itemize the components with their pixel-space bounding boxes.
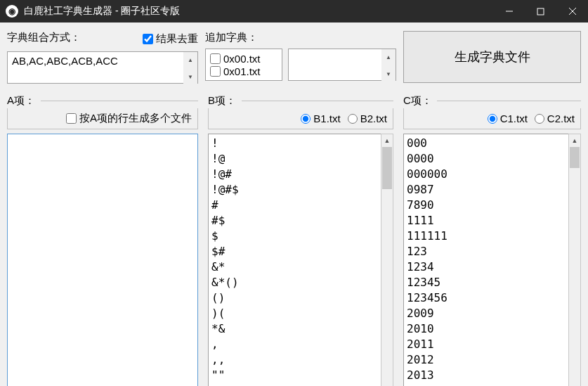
scroll-track[interactable] [381, 147, 393, 382]
scroll-down-icon[interactable]: ▼ [569, 382, 580, 386]
append-check-0x00-box[interactable] [210, 53, 221, 64]
append-check-0x01-box[interactable] [210, 66, 221, 77]
combo-mode-textarea[interactable] [7, 51, 198, 84]
scroll-track[interactable] [569, 147, 580, 382]
append-check-list: 0x00.txt 0x01.txt [205, 49, 282, 81]
titlebar: ◉ 白鹿社工字典生成器 - 圈子社区专版 [0, 0, 588, 22]
spin-up-icon[interactable]: ▲ [381, 49, 396, 66]
append-textarea[interactable] [288, 49, 396, 81]
scroll-down-icon[interactable]: ▼ [381, 382, 393, 386]
col-b-listbox[interactable]: ! !@ !@# !@#$ # #$ $ $# &* &*() () )( *&… [208, 134, 381, 386]
col-c-radio-c2[interactable]: C2.txt [535, 112, 575, 124]
maximize-button[interactable] [525, 0, 556, 22]
combo-spin[interactable]: ▲ ▼ [183, 52, 197, 85]
combo-mode-label: 字典组合方式： [7, 31, 81, 44]
dedupe-checkbox[interactable] [143, 34, 153, 44]
spin-down-icon[interactable]: ▼ [381, 66, 396, 83]
col-a-listbox[interactable] [7, 134, 198, 386]
col-b-radio-b2-input[interactable] [348, 114, 358, 124]
col-c-radio-c2-input[interactable] [535, 114, 544, 124]
col-b-scrollbar[interactable]: ▲ ▼ [381, 134, 393, 386]
append-check-0x01[interactable]: 0x01.txt [210, 65, 277, 77]
minimize-button[interactable] [493, 0, 525, 22]
col-b-radio-b1[interactable]: B1.txt [301, 112, 340, 124]
window-title: 白鹿社工字典生成器 - 圈子社区专版 [24, 5, 493, 18]
dedupe-label: 结果去重 [156, 32, 198, 46]
spin-up-icon[interactable]: ▲ [183, 52, 197, 69]
scroll-thumb[interactable] [570, 147, 580, 168]
scroll-up-icon[interactable]: ▲ [381, 134, 393, 147]
col-b-radio-b2[interactable]: B2.txt [348, 112, 387, 124]
col-c-title: C项： [403, 94, 435, 108]
generate-button[interactable]: 生成字典文件 [403, 31, 581, 83]
dedupe-checkbox-wrap[interactable]: 结果去重 [143, 32, 198, 46]
col-c-scrollbar[interactable]: ▲ ▼ [568, 134, 581, 386]
close-button[interactable] [556, 0, 588, 22]
scroll-up-icon[interactable]: ▲ [569, 134, 580, 147]
append-dict-label: 追加字典： [205, 31, 396, 44]
col-b-title: B项： [208, 94, 239, 108]
spin-down-icon[interactable]: ▼ [183, 69, 197, 86]
col-a-multi-file-wrap[interactable]: 按A项的行生成多个文件 [66, 112, 192, 125]
col-c-radio-c1-input[interactable] [488, 114, 497, 124]
col-c-radio-c1[interactable]: C1.txt [488, 112, 528, 124]
app-icon: ◉ [6, 5, 18, 18]
scroll-thumb[interactable] [382, 147, 392, 189]
col-a-title: A项： [7, 94, 38, 108]
svg-rect-1 [537, 8, 544, 15]
col-c-listbox[interactable]: 000 0000 000000 0987 7890 1111 111111 12… [403, 134, 568, 386]
append-spin[interactable]: ▲ ▼ [381, 49, 396, 82]
col-a-multi-file-checkbox[interactable] [66, 113, 77, 124]
append-check-0x00[interactable]: 0x00.txt [210, 53, 277, 65]
col-b-radio-b1-input[interactable] [301, 114, 311, 124]
